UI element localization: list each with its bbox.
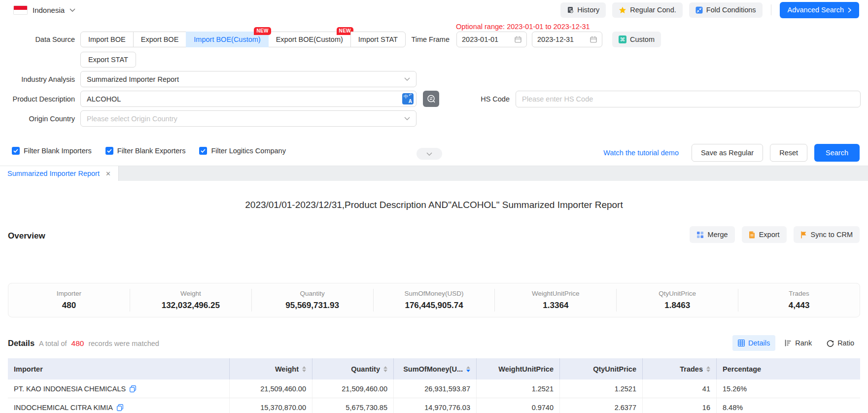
fold-icon xyxy=(695,6,703,14)
chevron-right-icon xyxy=(848,7,851,13)
synonym-search-button[interactable] xyxy=(423,91,439,107)
tab-summarized-importer-report[interactable]: Summarized Importer Report ✕ xyxy=(0,166,119,181)
indonesia-flag-icon xyxy=(13,5,28,15)
checkbox-filter-blank-importers[interactable]: Filter Blank Importers xyxy=(12,147,92,155)
header-trades[interactable]: Trades xyxy=(643,358,717,379)
merge-button[interactable]: Merge xyxy=(690,226,735,243)
export-button[interactable]: Export xyxy=(742,226,787,243)
flag-icon xyxy=(800,231,807,239)
sort-icons[interactable] xyxy=(383,366,387,372)
hs-code-input[interactable] xyxy=(516,91,861,107)
regular-cond-button[interactable]: Regular Cond. xyxy=(612,2,683,18)
merge-icon xyxy=(696,231,704,239)
source-export-boe-custom[interactable]: Export BOE(Custom) NEW xyxy=(268,32,351,47)
copy-icon[interactable] xyxy=(130,385,136,392)
export-label: Export xyxy=(759,231,780,239)
cell-weight-unit-price: 0.9740 xyxy=(477,398,560,413)
date-to-picker[interactable]: 2023-12-31 xyxy=(532,32,602,47)
copy-icon[interactable] xyxy=(117,404,123,411)
checkbox-filter-blank-exporters[interactable]: Filter Blank Exporters xyxy=(105,147,186,155)
history-icon xyxy=(567,6,574,13)
chevron-down-icon xyxy=(404,77,410,81)
overview-actions: Merge Export Sync to CRM xyxy=(690,226,860,243)
checkbox-checked-icon xyxy=(105,147,113,155)
table-header-row: Importer Weight Quantity SumOfMoney(U...… xyxy=(8,358,860,379)
source-export-stat[interactable]: Export STAT xyxy=(80,52,136,68)
hs-code-label: HS Code xyxy=(462,95,510,103)
sync-to-crm-label: Sync to CRM xyxy=(811,231,853,239)
match-count: 480 xyxy=(71,339,84,348)
stat-sum-of-money: SumOfMoney(USD) 176,445,905.74 xyxy=(374,289,495,311)
sort-icons-active-desc[interactable] xyxy=(466,366,470,372)
collapse-conditions-toggle[interactable] xyxy=(417,148,442,160)
country-selector[interactable]: Indonesia xyxy=(13,5,75,15)
ratio-icon xyxy=(827,340,834,347)
view-details-button[interactable]: Details xyxy=(732,335,775,351)
origin-country-label: Origin Country xyxy=(0,115,75,123)
filter-checkboxes: Filter Blank Importers Filter Blank Expo… xyxy=(12,147,286,155)
source-import-boe-custom[interactable]: Import BOE(Custom) NEW xyxy=(186,32,268,47)
importer-name-link[interactable]: INDOCHEMICAL CITRA KIMIA xyxy=(14,404,113,412)
table-row: PT. KAO INDONESIA CHEMICALS 21,509,460.0… xyxy=(8,379,860,398)
chevron-down-icon xyxy=(404,117,410,120)
checkbox-filter-logitics-company[interactable]: Filter Logitics Company xyxy=(199,147,286,155)
checkbox-checked-icon xyxy=(12,147,20,155)
stat-weight: Weight 132,032,496.25 xyxy=(130,289,252,311)
data-source-label: Data Source xyxy=(0,35,75,43)
date-from-picker[interactable]: 2023-01-01 xyxy=(456,32,527,47)
search-button[interactable]: Search xyxy=(814,144,860,162)
time-frame-label: Time Frame xyxy=(394,35,450,43)
cell-sum-of-money: 14,970,776.03 xyxy=(394,398,477,413)
tutorial-demo-link[interactable]: Watch the tutorial demo xyxy=(603,149,679,157)
report-content: 2023/01/01-2023/12/31,Product Descriptio… xyxy=(0,181,868,413)
product-description-input[interactable] xyxy=(80,91,417,107)
product-description-row: Product Description 中↶A xyxy=(0,91,439,107)
result-tab-strip: Summarized Importer Report ✕ xyxy=(0,166,868,181)
view-ratio-button[interactable]: Ratio xyxy=(821,335,860,351)
time-frame-row: Time Frame 2023-01-01 2023-12-31 xyxy=(394,32,661,47)
checkbox-label: Filter Blank Exporters xyxy=(117,147,186,155)
industry-analysis-value: Summarized Importer Report xyxy=(87,75,179,83)
view-rank-button[interactable]: Rank xyxy=(779,335,817,351)
trade-data-app: Indonesia History Regular Cond. xyxy=(0,0,868,413)
overview-stats-card: Importer 480 Weight 132,032,496.25 Quant… xyxy=(8,283,860,317)
save-as-regular-button[interactable]: Save as Regular xyxy=(692,144,763,162)
header-weight[interactable]: Weight xyxy=(230,358,312,379)
synonym-icon xyxy=(426,94,436,104)
header-sum-of-money[interactable]: SumOfMoney(U... xyxy=(394,358,477,379)
cell-percentage: 15.26% xyxy=(717,379,860,398)
details-summary: Details A total of 480 records were matc… xyxy=(8,339,159,348)
header-quantity[interactable]: Quantity xyxy=(312,358,394,379)
checkbox-label: Filter Blank Importers xyxy=(24,147,92,155)
sort-icons[interactable] xyxy=(302,366,306,372)
source-export-boe[interactable]: Export BOE xyxy=(133,32,187,47)
export-file-icon xyxy=(749,231,755,239)
cell-trades: 16 xyxy=(643,398,717,413)
history-button[interactable]: History xyxy=(560,2,606,18)
hs-code-row: HS Code xyxy=(462,91,861,107)
cell-weight: 21,509,460.00 xyxy=(230,379,312,398)
table-icon xyxy=(738,340,745,346)
custom-range-button[interactable]: ⌘ Custom xyxy=(612,32,661,47)
date-from-value: 2023-01-01 xyxy=(462,35,498,43)
sort-icons[interactable] xyxy=(706,366,710,372)
header-importer[interactable]: Importer xyxy=(8,358,230,379)
header-percentage[interactable]: Percentage xyxy=(717,358,860,379)
source-import-boe[interactable]: Import BOE xyxy=(80,32,134,47)
sync-to-crm-button[interactable]: Sync to CRM xyxy=(794,226,860,243)
reset-button[interactable]: Reset xyxy=(770,144,807,162)
importer-name-link[interactable]: PT. KAO INDONESIA CHEMICALS xyxy=(14,385,126,393)
close-icon[interactable]: ✕ xyxy=(105,170,111,177)
fold-conditions-button[interactable]: Fold Conditions xyxy=(689,2,763,18)
origin-country-select[interactable]: Please select Origin Country xyxy=(80,110,417,127)
cell-weight: 15,370,870.00 xyxy=(230,398,312,413)
header-weight-unit-price[interactable]: WeightUnitPrice xyxy=(477,358,560,379)
cell-sum-of-money: 26,931,593.87 xyxy=(394,379,477,398)
new-badge: NEW xyxy=(254,27,271,35)
industry-analysis-row: Industry Analysis Summarized Importer Re… xyxy=(0,71,417,87)
header-qty-unit-price[interactable]: QtyUnitPrice xyxy=(560,358,643,379)
translate-icon[interactable]: 中↶A xyxy=(402,93,414,104)
custom-icon: ⌘ xyxy=(619,35,626,43)
industry-analysis-select[interactable]: Summarized Importer Report xyxy=(80,71,417,87)
advanced-search-button[interactable]: Advanced Search xyxy=(780,2,859,18)
